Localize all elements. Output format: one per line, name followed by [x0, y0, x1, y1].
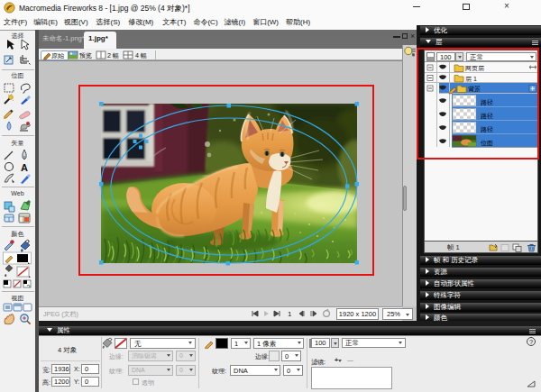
svg-text:1: 1 [288, 310, 292, 318]
svg-text:A: A [21, 162, 28, 173]
